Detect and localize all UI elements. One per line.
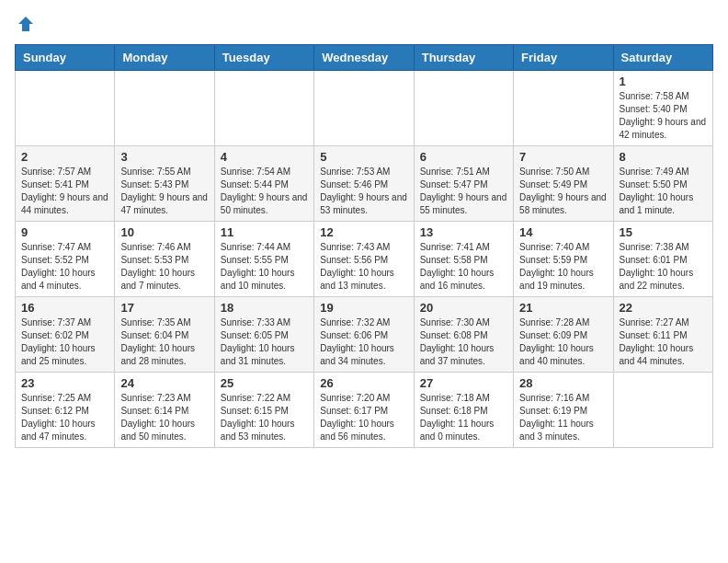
calendar-cell: 5Sunrise: 7:53 AMSunset: 5:46 PMDaylight… — [314, 146, 414, 222]
calendar-cell: 24Sunrise: 7:23 AMSunset: 6:14 PMDayligh… — [115, 373, 214, 448]
calendar-cell: 6Sunrise: 7:51 AMSunset: 5:47 PMDaylight… — [414, 146, 513, 222]
day-number: 14 — [519, 225, 607, 239]
calendar-cell: 25Sunrise: 7:22 AMSunset: 6:15 PMDayligh… — [214, 373, 313, 448]
calendar-cell: 7Sunrise: 7:50 AMSunset: 5:49 PMDaylight… — [514, 146, 613, 222]
day-number: 28 — [519, 376, 607, 390]
day-number: 23 — [21, 376, 108, 390]
calendar-week-row: 9Sunrise: 7:47 AMSunset: 5:52 PMDaylight… — [16, 222, 713, 297]
day-number: 6 — [420, 150, 507, 164]
day-number: 25 — [221, 376, 308, 390]
calendar-cell: 3Sunrise: 7:55 AMSunset: 5:43 PMDaylight… — [115, 146, 214, 222]
calendar-cell: 2Sunrise: 7:57 AMSunset: 5:41 PMDaylight… — [16, 146, 115, 222]
calendar-week-row: 23Sunrise: 7:25 AMSunset: 6:12 PMDayligh… — [16, 373, 713, 448]
logo-icon — [17, 15, 35, 33]
calendar-cell: 22Sunrise: 7:27 AMSunset: 6:11 PMDayligh… — [613, 297, 712, 373]
day-info: Sunrise: 7:47 AMSunset: 5:52 PMDaylight:… — [21, 241, 108, 293]
day-info: Sunrise: 7:51 AMSunset: 5:47 PMDaylight:… — [420, 166, 507, 217]
day-number: 9 — [21, 225, 108, 239]
calendar-cell: 19Sunrise: 7:32 AMSunset: 6:06 PMDayligh… — [314, 297, 414, 373]
calendar-cell: 12Sunrise: 7:43 AMSunset: 5:56 PMDayligh… — [314, 222, 414, 297]
day-number: 16 — [21, 301, 108, 315]
day-info: Sunrise: 7:40 AMSunset: 5:59 PMDaylight:… — [519, 241, 607, 293]
calendar-cell: 14Sunrise: 7:40 AMSunset: 5:59 PMDayligh… — [514, 222, 613, 297]
day-info: Sunrise: 7:25 AMSunset: 6:12 PMDaylight:… — [21, 392, 108, 443]
day-info: Sunrise: 7:32 AMSunset: 6:06 PMDaylight:… — [320, 316, 407, 368]
day-info: Sunrise: 7:37 AMSunset: 6:02 PMDaylight:… — [21, 316, 108, 368]
day-info: Sunrise: 7:44 AMSunset: 5:55 PMDaylight:… — [221, 241, 308, 293]
calendar-cell: 26Sunrise: 7:20 AMSunset: 6:17 PMDayligh… — [314, 373, 414, 448]
calendar-cell — [613, 373, 712, 448]
calendar-cell: 15Sunrise: 7:38 AMSunset: 6:01 PMDayligh… — [613, 222, 712, 297]
day-info: Sunrise: 7:54 AMSunset: 5:44 PMDaylight:… — [221, 166, 308, 217]
calendar-cell — [514, 71, 613, 146]
day-number: 17 — [120, 301, 208, 315]
header-wednesday: Wednesday — [314, 45, 414, 71]
calendar-header-row: Sunday Monday Tuesday Wednesday Thursday… — [16, 45, 713, 71]
day-number: 21 — [519, 301, 607, 315]
calendar-cell: 11Sunrise: 7:44 AMSunset: 5:55 PMDayligh… — [214, 222, 313, 297]
page-header — [15, 15, 713, 33]
day-info: Sunrise: 7:33 AMSunset: 6:05 PMDaylight:… — [221, 316, 308, 368]
calendar-cell: 8Sunrise: 7:49 AMSunset: 5:50 PMDaylight… — [613, 146, 712, 222]
calendar-week-row: 1Sunrise: 7:58 AMSunset: 5:40 PMDaylight… — [16, 71, 713, 146]
day-info: Sunrise: 7:55 AMSunset: 5:43 PMDaylight:… — [120, 166, 208, 217]
day-number: 4 — [221, 150, 308, 164]
day-number: 1 — [620, 75, 707, 88]
day-number: 10 — [120, 225, 208, 239]
day-number: 15 — [620, 225, 707, 239]
calendar-cell — [115, 71, 214, 146]
day-number: 27 — [420, 376, 507, 390]
calendar-cell: 1Sunrise: 7:58 AMSunset: 5:40 PMDaylight… — [613, 71, 712, 146]
header-saturday: Saturday — [613, 45, 712, 71]
calendar-week-row: 16Sunrise: 7:37 AMSunset: 6:02 PMDayligh… — [16, 297, 713, 373]
calendar-week-row: 2Sunrise: 7:57 AMSunset: 5:41 PMDaylight… — [16, 146, 713, 222]
calendar-cell — [314, 71, 414, 146]
calendar-cell: 9Sunrise: 7:47 AMSunset: 5:52 PMDaylight… — [16, 222, 115, 297]
day-info: Sunrise: 7:18 AMSunset: 6:18 PMDaylight:… — [420, 392, 507, 443]
day-number: 2 — [21, 150, 108, 164]
day-info: Sunrise: 7:57 AMSunset: 5:41 PMDaylight:… — [21, 166, 108, 217]
calendar-table: Sunday Monday Tuesday Wednesday Thursday… — [15, 44, 713, 448]
day-number: 22 — [620, 301, 707, 315]
calendar-cell: 13Sunrise: 7:41 AMSunset: 5:58 PMDayligh… — [414, 222, 513, 297]
calendar-cell: 23Sunrise: 7:25 AMSunset: 6:12 PMDayligh… — [16, 373, 115, 448]
day-number: 24 — [120, 376, 208, 390]
header-friday: Friday — [514, 45, 613, 71]
day-number: 26 — [320, 376, 407, 390]
day-info: Sunrise: 7:43 AMSunset: 5:56 PMDaylight:… — [320, 241, 407, 293]
calendar-cell: 16Sunrise: 7:37 AMSunset: 6:02 PMDayligh… — [16, 297, 115, 373]
calendar-cell — [214, 71, 313, 146]
calendar-cell: 20Sunrise: 7:30 AMSunset: 6:08 PMDayligh… — [414, 297, 513, 373]
day-number: 20 — [420, 301, 507, 315]
calendar-cell: 4Sunrise: 7:54 AMSunset: 5:44 PMDaylight… — [214, 146, 313, 222]
calendar-cell — [414, 71, 513, 146]
day-number: 12 — [320, 225, 407, 239]
day-info: Sunrise: 7:27 AMSunset: 6:11 PMDaylight:… — [620, 316, 707, 368]
day-info: Sunrise: 7:46 AMSunset: 5:53 PMDaylight:… — [120, 241, 208, 293]
day-info: Sunrise: 7:49 AMSunset: 5:50 PMDaylight:… — [620, 166, 707, 217]
header-sunday: Sunday — [16, 45, 115, 71]
calendar-cell: 10Sunrise: 7:46 AMSunset: 5:53 PMDayligh… — [115, 222, 214, 297]
calendar-cell — [16, 71, 115, 146]
calendar-cell: 18Sunrise: 7:33 AMSunset: 6:05 PMDayligh… — [214, 297, 313, 373]
day-number: 19 — [320, 301, 407, 315]
day-number: 3 — [120, 150, 208, 164]
day-info: Sunrise: 7:30 AMSunset: 6:08 PMDaylight:… — [420, 316, 507, 368]
day-info: Sunrise: 7:53 AMSunset: 5:46 PMDaylight:… — [320, 166, 407, 217]
header-tuesday: Tuesday — [214, 45, 313, 71]
calendar-cell: 21Sunrise: 7:28 AMSunset: 6:09 PMDayligh… — [514, 297, 613, 373]
calendar-cell: 28Sunrise: 7:16 AMSunset: 6:19 PMDayligh… — [514, 373, 613, 448]
day-info: Sunrise: 7:16 AMSunset: 6:19 PMDaylight:… — [519, 392, 607, 443]
header-monday: Monday — [115, 45, 214, 71]
header-thursday: Thursday — [414, 45, 513, 71]
calendar-cell: 27Sunrise: 7:18 AMSunset: 6:18 PMDayligh… — [414, 373, 513, 448]
logo — [15, 15, 35, 33]
day-number: 11 — [221, 225, 308, 239]
day-info: Sunrise: 7:58 AMSunset: 5:40 PMDaylight:… — [620, 90, 707, 142]
day-info: Sunrise: 7:28 AMSunset: 6:09 PMDaylight:… — [519, 316, 607, 368]
day-info: Sunrise: 7:20 AMSunset: 6:17 PMDaylight:… — [320, 392, 407, 443]
day-number: 7 — [519, 150, 607, 164]
day-info: Sunrise: 7:22 AMSunset: 6:15 PMDaylight:… — [221, 392, 308, 443]
calendar-cell: 17Sunrise: 7:35 AMSunset: 6:04 PMDayligh… — [115, 297, 214, 373]
day-info: Sunrise: 7:50 AMSunset: 5:49 PMDaylight:… — [519, 166, 607, 217]
